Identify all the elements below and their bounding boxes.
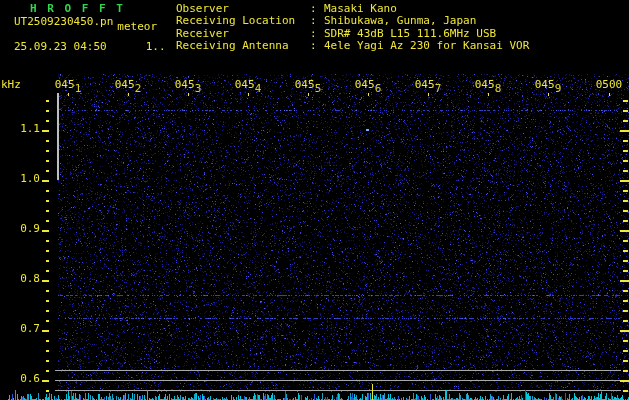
x-axis-label-0500: 0500 — [592, 79, 626, 91]
receiver-info-table: Observer:Masaki KanoReceiving Location:S… — [176, 3, 529, 53]
y-axis-unit-label: kHz — [1, 79, 21, 91]
x-axis-label-0454: 0454 — [231, 79, 265, 91]
y-axis-label-0.8: 0.8 — [4, 273, 40, 285]
x-axis-label-0453: 0453 — [171, 79, 205, 91]
y-axis-label-0.7: 0.7 — [4, 323, 40, 335]
info-label-1: Receiving Location — [176, 15, 310, 27]
info-value-3: 4ele Yagi Az 230 for Kansai VOR — [324, 40, 529, 52]
x-axis-label-0457: 0457 — [411, 79, 445, 91]
app-title: H R O F F T — [30, 3, 125, 15]
datetime-label: 25.09.23 04:501.. — [14, 41, 166, 53]
info-colon-3: : — [310, 40, 324, 52]
y-axis-label-0.9: 0.9 — [4, 223, 40, 235]
x-axis-label-0459: 0459 — [531, 79, 565, 91]
y-axis-label-1.1: 1.1 — [4, 123, 40, 135]
station-name: meteor — [117, 20, 157, 33]
x-axis-label-0456: 0456 — [351, 79, 385, 91]
info-label-3: Receiving Antenna — [176, 40, 310, 52]
filename-text: UT2509230450.pn — [14, 15, 113, 28]
y-axis-label-1.0: 1.0 — [4, 173, 40, 185]
datetime-text: 25.09.23 04:50 — [14, 40, 107, 53]
y-axis-label-0.6: 0.6 — [4, 373, 40, 385]
spectrogram-canvas — [0, 0, 629, 400]
x-axis-label-0458: 0458 — [471, 79, 505, 91]
filename-label: UT2509230450.pnmeteor — [14, 16, 157, 28]
hrofft-window: H R O F F T UT2509230450.pnmeteor 25.09.… — [0, 0, 629, 400]
x-axis-label-0452: 0452 — [111, 79, 145, 91]
info-colon-1: : — [310, 15, 324, 27]
info-value-1: Shibukawa, Gunma, Japan — [324, 15, 529, 27]
observation-counter: 1.. — [146, 40, 166, 53]
x-axis-label-0455: 0455 — [291, 79, 325, 91]
x-axis-label-0451: 0451 — [51, 79, 85, 91]
